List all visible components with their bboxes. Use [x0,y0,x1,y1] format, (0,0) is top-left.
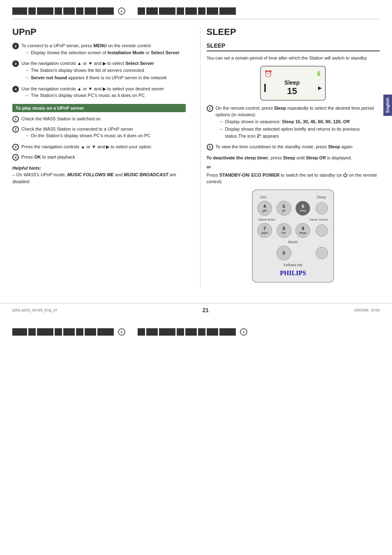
sleep-step1-arrow2: → Display shows the selected option brie… [219,126,380,139]
display-battery-icon: 🔋 [316,71,322,76]
standby-text: Press STANDBY-ON/ ECO POWER to switch th… [207,172,380,185]
step2-content: To connect to a UPnP server, press MENU … [21,42,186,57]
play-step1: 1 Check the WAS5 Station is switched on [12,115,186,122]
bar-seg [138,7,145,15]
bar-seg [138,328,145,336]
play-step4-content: Press OK to start playback [21,154,186,161]
sleep-section: SLEEP SLEEP You can set a certain period… [200,27,380,287]
bar-dot-center [118,7,125,15]
bottom-bar-dot-right [240,328,247,336]
top-decorative-bar [0,0,392,19]
remote-row1: 4 ghi 5 jkl 6 mno [256,201,330,216]
play-step1-content: Check the WAS5 Station is switched on [21,115,186,122]
remote-top-labels: Dim Sleep [256,195,330,199]
play-banner: To play music on a UPnP server [12,104,186,112]
bar-seg [146,328,158,336]
display-clock-icon: ⏰ [264,70,272,78]
play-step3: 3 Press the navigation controls ▲ or ▼ a… [12,143,186,150]
upnp-step4: 4 Use the navigation controls ▲ or ▼ and… [12,85,186,100]
sleep-title: SLEEP [207,27,380,37]
sleep-step1-arrow1: → Display shows in sequence: Sleep 15, 3… [219,118,380,125]
remote-btn0: 0 [277,246,291,260]
remote-btn9: 9 wxyz [295,223,310,238]
bar-seg [198,328,205,336]
bar-seg [97,7,114,15]
bar-seg [37,7,53,15]
bar-seg [97,328,114,336]
play-step2-arrow: → On the Station’s display shows PC’s mu… [25,132,186,139]
remote-side-btn [316,202,328,214]
step2-arrow1: → Display shows the selection screen of … [25,49,186,56]
remote-btn8: 8 tuv [277,223,291,238]
bar-seg [207,7,218,15]
display-top: ⏰ 🔋 [264,70,322,78]
bar-seg [12,328,27,336]
music-label: Music [256,240,330,244]
display-middle: Sleep 15 ▶ [264,79,322,97]
display-sleep-text: Sleep [284,79,300,86]
play-step4-circle: 4 [12,154,19,161]
remote-side-btn2 [316,224,328,237]
sleep-step2-content: To view the time countdown to the standb… [216,143,380,150]
bar-seg [177,7,184,15]
remote-btn5: 5 jkl [277,201,291,216]
bar-seg [37,328,53,336]
bar-seg [185,7,197,15]
page-number: 21 [203,307,209,313]
same-artist-label: Same Artist [258,218,275,221]
play-step4: 4 Press OK to start playback [12,154,186,161]
play-step2-content: Check the WAS5 Station is connected to a… [21,126,186,140]
bar-seg [63,7,75,15]
bar-seg [207,328,218,336]
display-sleep-num: 15 [284,86,300,97]
remote-row2: 7 pqrs 8 tuv 9 wxyz [256,223,330,238]
bottom-bar-left [12,328,114,336]
step2-circle: 2 [12,43,19,49]
upnp-step2: 2 To connect to a UPnP server, press MEN… [12,42,186,57]
bar-seg [219,7,236,15]
step3-content: Use the navigation controls ▲ or ▼ and ▶… [21,60,186,82]
footer-left: p001-p025_WAS5_Eng_37 [12,308,57,312]
bar-seg [28,7,36,15]
bar-seg [76,7,83,15]
bar-seg [55,7,62,15]
bar-seg [146,7,158,15]
dim-label: Dim [260,195,267,199]
remote-control: Dim Sleep 4 ghi 5 jkl 6 mno [252,189,334,283]
play-step2-circle: 2 [12,126,19,133]
step3-arrow2: → Server not found appears if there is n… [25,74,186,81]
bar-seg [63,328,75,336]
sleep-step1-circle: 1 [207,105,213,112]
bar-right [138,7,236,15]
sleep-subtitle: SLEEP [207,42,380,51]
sleep-display: ⏰ 🔋 Sleep 15 ▶ [260,66,326,101]
sleep-step1: 1 On the remote control, press Sleep rep… [207,105,380,140]
bar-seg [185,328,197,336]
sleep-step2: 2 To view the time countdown to the stan… [207,143,380,150]
upnp-step3: 3 Use the navigation controls ▲ or ▼ and… [12,60,186,82]
english-tab: English [383,94,392,116]
sleep-label: Sleep [316,195,326,199]
bar-seg [85,328,96,336]
bar-seg [177,328,184,336]
remote-mid-labels: Same Artist Same Genre [256,218,330,221]
bottom-bar-dot-left [118,328,125,336]
remote-side-btn3 [316,247,328,259]
deactivate-text: To deactivate the sleep timer, press Sle… [207,154,380,162]
step4-content: Use the navigation controls ▲ or ▼ and ▶… [21,85,186,100]
footer: p001-p025_WAS5_Eng_37 21 2/8/2006, 10:00 [0,303,392,317]
bar-seg [28,328,36,336]
bar-seg [159,7,175,15]
same-genre-label: Same Genre [309,218,328,221]
sleep-step1-content: On the remote control, press Sleep repea… [216,105,380,140]
main-content: UPnP 2 To connect to a UPnP server, pres… [0,19,392,287]
upnp-section: UPnP 2 To connect to a UPnP server, pres… [12,27,192,287]
play-step3-content: Press the navigation controls ▲ or ▼ and… [21,143,186,150]
step4-circle: 4 [12,86,19,92]
philips-logo: PHILIPS [256,269,330,277]
play-step1-circle: 1 [12,116,19,122]
bottom-decorative-bar [0,321,392,340]
remote-btn7: 7 pqrs [257,223,272,238]
helpful-hints: Helpful hints: – On WAS5’s UPnP mode, MU… [12,165,186,185]
bar-seg [85,7,96,15]
